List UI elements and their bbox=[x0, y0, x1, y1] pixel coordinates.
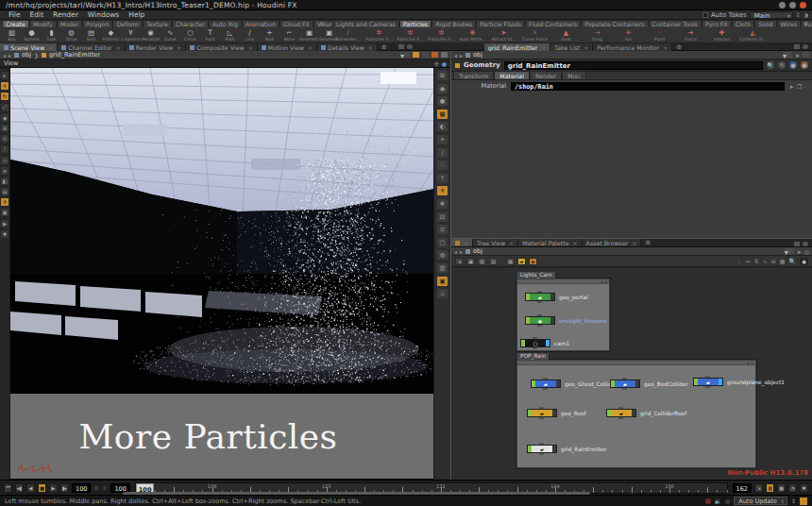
shelf-tab[interactable]: Particle Fluids bbox=[476, 20, 525, 27]
shelf-tool-lsystem[interactable]: ¥ L-system bbox=[121, 28, 141, 43]
shelf-tool-interact[interactable]: ✚ Interact bbox=[706, 28, 737, 43]
close-icon[interactable] bbox=[800, 2, 806, 8]
minimize-icon[interactable] bbox=[779, 2, 786, 8]
node-shape[interactable]: ▰ bbox=[527, 409, 557, 417]
render-region-icon[interactable]: ▣ bbox=[1, 209, 8, 216]
pane-tab[interactable]: grid_RainEmitter bbox=[484, 43, 551, 51]
node-shape[interactable]: ▰ bbox=[527, 445, 557, 453]
node-shape[interactable]: ▰ bbox=[693, 378, 723, 386]
net-layout-icon[interactable]: ▤ bbox=[489, 258, 498, 265]
node-grid-colliderroof[interactable]: ▰ grid_ColliderRoof bbox=[606, 409, 686, 417]
paint-tool-icon[interactable]: ≡ bbox=[1, 167, 8, 175]
current-frame-field[interactable]: 100 bbox=[72, 483, 91, 493]
node-shape[interactable]: ▰ bbox=[531, 380, 561, 388]
help-icon[interactable]: ● bbox=[789, 61, 797, 69]
net-frame-icon[interactable]: ▥ bbox=[478, 258, 486, 265]
open-chooser-icon[interactable]: ❒ bbox=[797, 83, 802, 90]
node-render-flag[interactable] bbox=[632, 410, 635, 416]
shelf-tool-path[interactable]: ◺ Path bbox=[220, 28, 240, 43]
net-menu-icon[interactable]: ⋮ bbox=[736, 258, 742, 264]
wireframe-toggle-icon[interactable]: ▦ bbox=[437, 110, 448, 119]
pane-tab[interactable]: Take List bbox=[550, 43, 593, 51]
node-body[interactable]: ▰ bbox=[530, 294, 550, 300]
scale-tool-icon[interactable]: ⤢ bbox=[1, 104, 8, 111]
node-body[interactable]: ▰ bbox=[698, 379, 719, 385]
layout-icon[interactable] bbox=[441, 52, 448, 58]
tab-network-view[interactable] bbox=[451, 239, 473, 246]
shelf-tool-auto-parts[interactable]: ❋ Auto Parts... bbox=[457, 28, 488, 43]
breadcrumb-root[interactable]: obj bbox=[22, 51, 31, 59]
take-spinner-icon[interactable]: ↕ bbox=[796, 11, 801, 18]
menu-item[interactable]: Edit bbox=[25, 10, 49, 19]
pane-tab[interactable]: Tree View bbox=[473, 239, 518, 246]
shelf-tool-point[interactable]: · Point bbox=[644, 28, 675, 43]
visualizer-icon[interactable]: ◍ bbox=[437, 250, 448, 260]
node-shape[interactable]: ▰ bbox=[606, 409, 636, 417]
viewport-label[interactable]: View bbox=[4, 59, 18, 67]
pin-icon[interactable] bbox=[803, 52, 809, 58]
network-pane-controls[interactable] bbox=[794, 242, 812, 246]
net-display-icon[interactable]: ▣ bbox=[800, 258, 808, 265]
resize-spinner-icon[interactable]: ↕ bbox=[791, 498, 796, 504]
flipbook-icon[interactable]: ▶ bbox=[1, 220, 8, 228]
parameter-tab[interactable]: Transform bbox=[453, 71, 494, 79]
sliders-icon[interactable]: ✎ bbox=[778, 61, 786, 69]
path-dropdown-icon[interactable]: ▾ bbox=[400, 52, 410, 58]
op-path-picker-icon[interactable]: ➤ bbox=[789, 83, 794, 90]
net-grid-icon[interactable]: ⊞ bbox=[771, 258, 776, 264]
shelf-tool-gust[interactable]: ▲ Gust bbox=[550, 28, 582, 43]
camera-icon[interactable]: ◉ bbox=[437, 84, 448, 93]
breadcrumb-root[interactable]: obj bbox=[473, 247, 482, 255]
material-path-field[interactable]: /shop/Rain bbox=[511, 82, 785, 91]
menu-item[interactable]: File bbox=[4, 10, 25, 19]
smooth-shade-icon[interactable]: ◐ bbox=[437, 122, 448, 131]
net-connect-icon[interactable]: ∿ bbox=[763, 258, 768, 264]
network-canvas[interactable]: Lights_Cam ▰ geo_portal ◉ envlight_hires… bbox=[451, 268, 812, 479]
shelf-tool-attract[interactable]: ➤ Attract to... bbox=[488, 28, 519, 43]
maximize-icon[interactable] bbox=[789, 2, 796, 8]
snap-point-icon[interactable]: ⊙ bbox=[1, 135, 8, 143]
net-color-icon[interactable]: ▰ bbox=[517, 258, 526, 265]
arrow-icon[interactable]: ➤ bbox=[795, 52, 800, 59]
step-back-button[interactable]: ◂▮ bbox=[15, 483, 24, 493]
shelf-tool-circle[interactable]: ○ Circle bbox=[180, 28, 200, 43]
shelf-tab[interactable]: Populate Containers bbox=[581, 20, 648, 27]
shelf-tab[interactable]: Solid bbox=[754, 20, 776, 27]
net-back-icon[interactable]: ◂ bbox=[455, 258, 464, 265]
node-render-flag[interactable] bbox=[550, 294, 554, 300]
breadcrumb-node[interactable]: grid_RainEmitter bbox=[49, 51, 100, 59]
audio-icon[interactable]: 🔉 bbox=[715, 498, 722, 504]
node-geo-bedcollider[interactable]: ▰ geo_BedCollider bbox=[610, 380, 688, 388]
network-box-bar[interactable] bbox=[517, 279, 609, 284]
settings-icon[interactable]: ✱ bbox=[1, 230, 8, 238]
breadcrumb-root[interactable]: obj bbox=[473, 51, 482, 59]
shelf-tab[interactable]: Create bbox=[2, 20, 29, 27]
memory-icon[interactable] bbox=[800, 498, 807, 505]
update-mode-select[interactable]: Auto Update bbox=[734, 497, 787, 505]
view-lock-icon[interactable]: ▣ bbox=[437, 277, 448, 286]
group-list-icon[interactable]: ≡ bbox=[437, 225, 448, 234]
node-render-flag[interactable] bbox=[719, 379, 722, 385]
net-add-icon[interactable]: ▦ bbox=[506, 258, 515, 265]
parameter-tab[interactable]: Material bbox=[494, 71, 530, 79]
pane-tab[interactable]: Render View bbox=[126, 43, 186, 51]
shelf-tab[interactable]: Particles bbox=[399, 20, 432, 27]
node-body[interactable]: ▢ bbox=[525, 340, 546, 346]
stop-button[interactable]: ■ bbox=[38, 483, 46, 493]
view-layout-icon[interactable]: ⊞ bbox=[437, 71, 448, 80]
node-body[interactable]: ▰ bbox=[532, 446, 552, 452]
shelf-tab[interactable]: Polygon bbox=[82, 20, 113, 27]
shelf-tab[interactable]: Character bbox=[172, 20, 209, 27]
shelf-tab[interactable]: Rigid Bodies bbox=[431, 20, 476, 27]
translate-tool-icon[interactable]: ✛ bbox=[1, 82, 8, 90]
line-width-icon[interactable]: ∕ bbox=[437, 148, 448, 158]
shelf-tab[interactable]: Cloud FX bbox=[279, 20, 313, 27]
node-body[interactable]: ▰ bbox=[535, 380, 556, 387]
shelf-tool-geometry-1[interactable]: ▣ Geometr... bbox=[299, 28, 319, 43]
info-icon[interactable]: ● bbox=[801, 61, 808, 69]
dopnet-icon[interactable]: ▩ bbox=[777, 483, 786, 493]
shelf-tab[interactable]: Pyro FX bbox=[702, 20, 732, 27]
path-forward-icon[interactable]: ▸ bbox=[8, 52, 11, 59]
node-shape[interactable]: ▰ bbox=[525, 293, 555, 301]
new-pane-tab-icon[interactable]: ⊕ bbox=[378, 43, 391, 50]
